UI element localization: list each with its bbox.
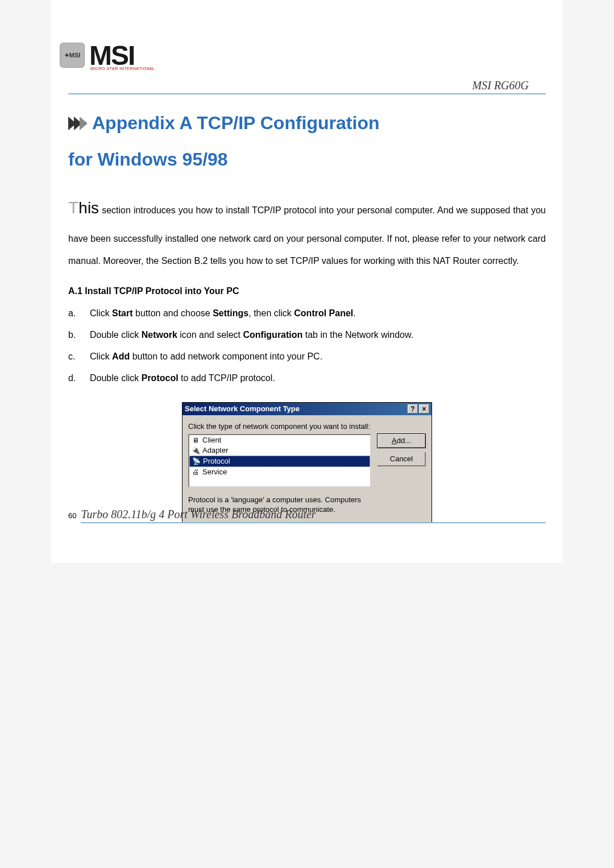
listbox-item[interactable]: 🖥Client — [189, 435, 370, 445]
step-item: d.Double click Protocol to add TCP/IP pr… — [68, 371, 546, 385]
msi-shield-icon: ✦MSI — [60, 43, 85, 68]
help-button[interactable]: ? — [408, 404, 418, 414]
component-icon: 🖥 — [191, 436, 200, 445]
triple-arrow-icon — [68, 117, 85, 130]
listbox-item[interactable]: 📡Protocol — [189, 456, 370, 467]
close-button[interactable]: × — [419, 404, 429, 414]
dialog-title: Select Network Component Type — [185, 404, 300, 413]
page-number: 60 — [68, 511, 76, 520]
component-icon: 🖨 — [191, 468, 200, 477]
step-item: c.Click Add button to add network compon… — [68, 350, 546, 363]
add-button[interactable]: Add... — [377, 433, 426, 448]
component-icon: 📡 — [192, 457, 201, 466]
component-icon: 🔌 — [191, 446, 200, 455]
component-listbox[interactable]: 🖥Client🔌Adapter📡Protocol🖨Service — [188, 434, 371, 487]
listbox-item[interactable]: 🖨Service — [189, 467, 370, 477]
footer-text: Turbo 802.11b/g 4 Port Wireless Broadban… — [81, 508, 546, 523]
main-title-line2: for Windows 95/98 — [68, 149, 546, 170]
dialog-window: Select Network Component Type ? × Click … — [182, 402, 432, 523]
step-item: b.Double click Network icon and select C… — [68, 328, 546, 342]
dialog-instruction: Click the type of network component you … — [188, 422, 371, 431]
logo-subtext: MICRO-STAR INTERNATIONAL — [90, 67, 155, 71]
msi-logo: ✦MSI MSI MICRO-STAR INTERNATIONAL — [60, 40, 563, 71]
intro-text: section introduces you how to install TC… — [68, 205, 546, 265]
listbox-item[interactable]: 🔌Adapter — [189, 445, 370, 456]
cancel-button[interactable]: Cancel — [377, 452, 426, 466]
drop-cap: T — [68, 198, 78, 217]
step-item: a.Click Start button and choose Settings… — [68, 307, 546, 320]
product-label: MSI RG60G — [68, 79, 546, 94]
intro-paragraph: This section introduces you how to insta… — [68, 187, 546, 272]
main-title-line1: Appendix A TCP/IP Configuration — [92, 109, 379, 138]
section-heading: A.1 Install TCP/IP Protocol into Your PC — [68, 286, 546, 296]
drop-word: his — [78, 199, 99, 217]
dialog-titlebar: Select Network Component Type ? × — [182, 403, 432, 415]
